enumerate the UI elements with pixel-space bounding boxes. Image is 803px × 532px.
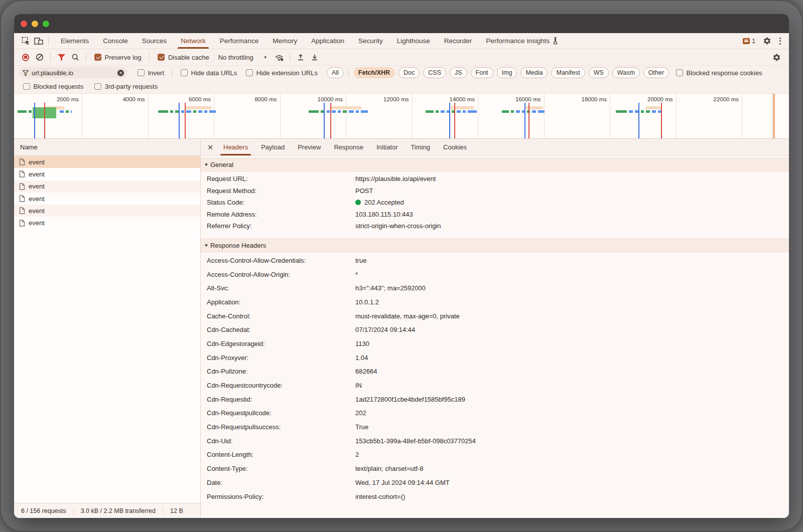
close-detail-icon[interactable]: ✕ [204, 139, 217, 155]
header-value-text: 2 [355, 451, 359, 458]
close-window-button[interactable] [21, 21, 27, 27]
export-har-icon[interactable] [308, 51, 321, 63]
tab-performance-insights[interactable]: Performance insights [479, 33, 566, 49]
filter-type-font[interactable]: Font [471, 67, 493, 78]
request-row[interactable]: event [14, 193, 200, 205]
waterfall-request-bar [538, 110, 545, 113]
issues-counter[interactable]: 1 [743, 38, 755, 45]
tab-network[interactable]: Network [174, 33, 213, 49]
third-party-requests-checkbox[interactable]: 3rd-party requests [94, 83, 158, 90]
record-network-log-button[interactable] [19, 51, 32, 63]
request-detail-tabs: ✕HeadersPayloadPreviewResponseInitiatorT… [201, 139, 789, 156]
tab-performance[interactable]: Performance [213, 33, 265, 49]
timeline-gridline [676, 94, 677, 138]
waterfall-request-bar [309, 110, 319, 113]
request-row[interactable]: event [14, 168, 200, 180]
inspect-element-icon[interactable] [19, 35, 32, 48]
request-row[interactable]: event [14, 217, 200, 229]
throttling-select[interactable]: No throttling ▼ [218, 54, 267, 61]
filter-type-fetch-xhr[interactable]: Fetch/XHR [353, 67, 395, 78]
detail-tab-payload[interactable]: Payload [256, 139, 290, 155]
minimize-window-button[interactable] [32, 21, 38, 27]
window-titlebar [14, 14, 789, 33]
detail-tab-cookies[interactable]: Cookies [438, 139, 472, 155]
detail-tab-response[interactable]: Response [329, 139, 368, 155]
header-value: 1130 [355, 340, 369, 347]
blocked-response-cookies-checkbox[interactable]: Blocked response cookies [676, 69, 762, 77]
general-section-header[interactable]: ▼ General [201, 158, 789, 171]
tab-lighthouse[interactable]: Lighthouse [390, 33, 437, 49]
tab-sources[interactable]: Sources [135, 33, 174, 49]
status-bar-item: 3.0 kB / 2.2 MB transferred [74, 507, 163, 514]
request-row[interactable]: event [14, 156, 200, 168]
hide-data-urls-checkbox[interactable]: Hide data URLs [181, 69, 237, 77]
header-row: Cdn-Proxyver:1.04 [201, 350, 789, 365]
header-row: Cdn-Requestid:1ad2172800f1cbe4bdef1585bf… [201, 392, 789, 406]
fullscreen-window-button[interactable] [43, 21, 49, 27]
detail-tab-preview[interactable]: Preview [293, 139, 326, 155]
response-headers-section-header[interactable]: ▼ Response Headers [201, 239, 789, 252]
filter-type-ws[interactable]: WS [589, 67, 609, 78]
detail-tab-headers[interactable]: Headers [218, 139, 253, 155]
requests-panel: Name eventeventeventeventeventevent 6 / … [14, 139, 201, 518]
more-menu-icon[interactable] [778, 37, 782, 46]
header-key: Remote Address: [207, 211, 355, 218]
tab-elements[interactable]: Elements [54, 33, 96, 49]
waterfall-request-bar [463, 110, 466, 113]
header-row: Date:Wed, 17 Jul 2024 09:14:44 GMT [201, 476, 789, 490]
hide-extension-urls-checkbox[interactable]: Hide extension URLs [246, 69, 318, 77]
header-row: Cdn-Edgestorageid:1130 [201, 337, 789, 351]
divider [50, 53, 51, 62]
tab-label: Performance insights [486, 37, 550, 45]
network-settings-gear-icon[interactable] [770, 51, 783, 64]
timeline-label: 18000 ms [562, 96, 607, 102]
network-filter-input[interactable]: url:plausible.io ✕ [19, 67, 127, 78]
disable-cache-checkbox[interactable]: Disable cache [158, 54, 209, 61]
filter-type-all[interactable]: All [327, 67, 344, 78]
clear-network-log-button[interactable] [33, 51, 46, 63]
tab-memory[interactable]: Memory [265, 33, 304, 49]
header-key: Cdn-Requestpullcode: [207, 409, 355, 417]
detail-tab-initiator[interactable]: Initiator [371, 139, 403, 155]
dom-content-loaded-marker [324, 103, 325, 138]
waterfall-request-bar [356, 110, 359, 113]
tab-application[interactable]: Application [304, 33, 351, 49]
filter-type-js[interactable]: JS [450, 67, 467, 78]
invert-checkbox[interactable]: Invert [138, 69, 164, 77]
throttling-value: No throttling [218, 54, 253, 61]
waterfall-request-bar [18, 110, 27, 113]
document-icon [19, 170, 25, 178]
timeline-gridline [148, 94, 149, 138]
filter-type-wasm[interactable]: Wasm [612, 67, 640, 78]
device-toolbar-icon[interactable] [32, 35, 45, 48]
search-icon[interactable] [69, 51, 82, 63]
detail-tab-timing[interactable]: Timing [406, 139, 436, 155]
blocked-requests-checkbox[interactable]: Blocked requests [23, 83, 83, 90]
clear-filter-icon[interactable]: ✕ [117, 70, 124, 76]
settings-gear-icon[interactable] [760, 35, 773, 48]
tab-security[interactable]: Security [351, 33, 390, 49]
filter-funnel-icon [23, 70, 29, 76]
filter-type-doc[interactable]: Doc [398, 67, 420, 78]
filter-type-css[interactable]: CSS [423, 67, 446, 78]
waterfall-request-bar [616, 110, 627, 113]
header-row: Cdn-Requestpullcode:202 [201, 406, 789, 420]
tab-recorder[interactable]: Recorder [437, 33, 479, 49]
header-value-text: interest-cohort=() [355, 493, 405, 500]
network-overview-timeline[interactable]: 2000 ms4000 ms6000 ms8000 ms10000 ms1200… [14, 93, 789, 139]
filter-type-img[interactable]: Img [497, 67, 517, 78]
import-har-icon[interactable] [294, 51, 307, 63]
preserve-log-label: Preserve log [105, 54, 142, 61]
preserve-log-checkbox[interactable]: Preserve log [94, 54, 141, 61]
filter-type-manifest[interactable]: Manifest [551, 67, 585, 78]
tab-console[interactable]: Console [96, 33, 135, 49]
filter-type-media[interactable]: Media [520, 67, 548, 78]
request-row[interactable]: event [14, 205, 200, 217]
filter-type-other[interactable]: Other [643, 67, 669, 78]
name-column-header[interactable]: Name [14, 139, 200, 156]
network-conditions-icon[interactable] [273, 51, 286, 63]
timeline-label: 4000 ms [100, 96, 145, 102]
filter-icon[interactable] [55, 51, 68, 63]
header-key: Permissions-Policy: [207, 493, 355, 500]
request-row[interactable]: event [14, 181, 200, 193]
